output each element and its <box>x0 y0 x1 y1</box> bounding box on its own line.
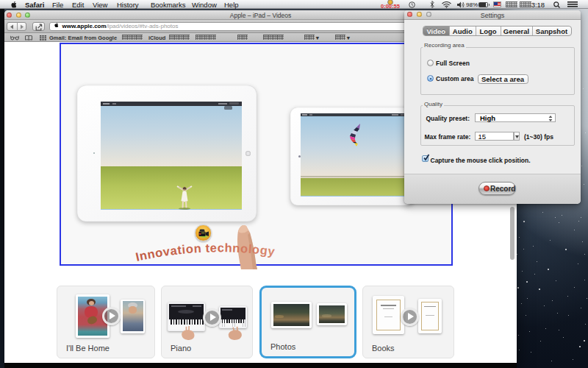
svg-text:Innovation technology: Innovation technology <box>135 241 276 263</box>
